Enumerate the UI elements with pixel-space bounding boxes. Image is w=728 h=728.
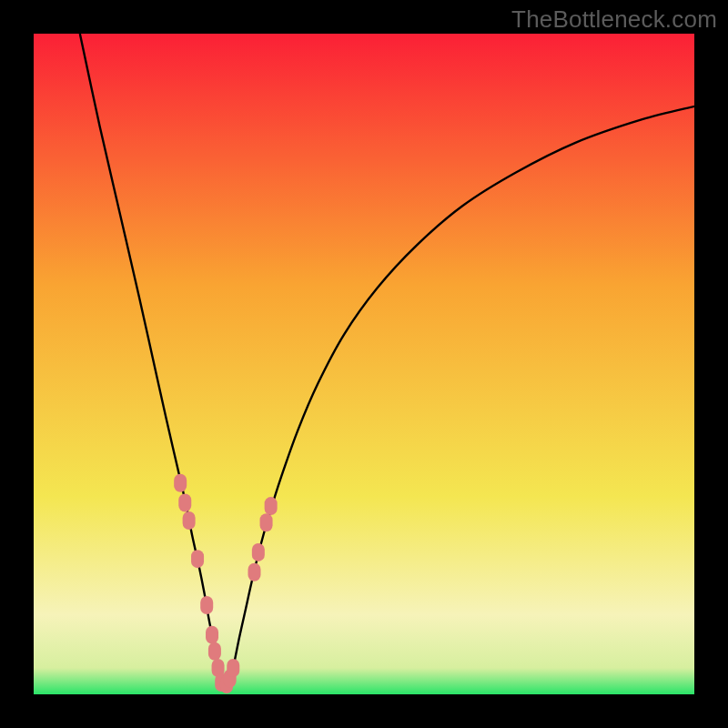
data-marker: [248, 563, 260, 581]
frame: TheBottleneck.com: [0, 0, 728, 728]
data-marker: [206, 626, 218, 644]
data-marker: [174, 474, 187, 492]
data-marker: [252, 543, 265, 561]
watermark: TheBottleneck.com: [511, 5, 717, 34]
right-branch-curve: [228, 106, 694, 688]
data-marker: [227, 659, 239, 677]
data-marker: [200, 596, 213, 614]
data-marker: [260, 513, 273, 531]
data-marker: [178, 493, 191, 511]
data-marker: [208, 642, 221, 661]
chart-svg: [34, 34, 694, 694]
plot-area: [34, 34, 694, 694]
left-branch-curve: [80, 34, 224, 688]
markers: [174, 474, 277, 693]
data-marker: [265, 497, 278, 515]
data-marker: [191, 550, 204, 568]
data-marker: [183, 511, 196, 530]
